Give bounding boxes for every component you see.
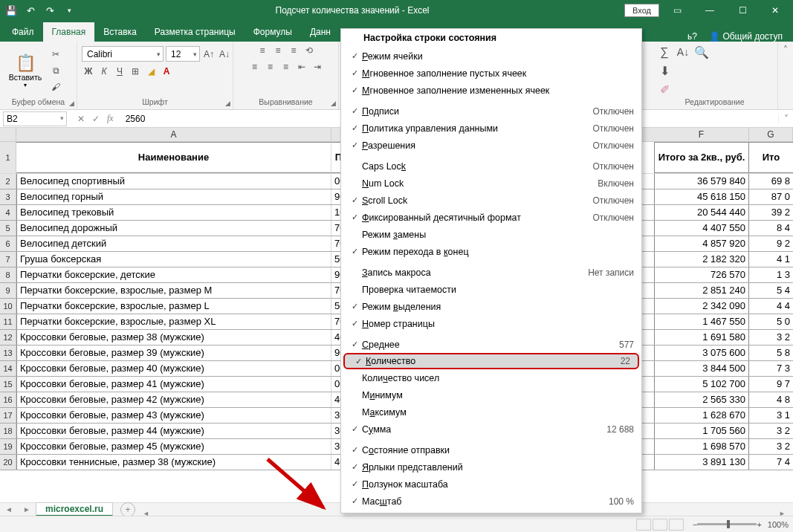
cell-total[interactable]: 5 4	[749, 283, 793, 298]
cell-total[interactable]: 4 4	[749, 299, 793, 314]
cell-name[interactable]: Кроссовки беговые, размер 44 (мужские)	[16, 424, 331, 438]
row-header[interactable]: 12	[0, 330, 16, 345]
indent-inc-icon[interactable]: ⇥	[311, 60, 324, 74]
cell-name[interactable]: Груша боксерская	[16, 252, 331, 267]
row-header[interactable]: 16	[0, 392, 16, 407]
orientation-icon[interactable]: ⟲	[302, 44, 316, 57]
cell-total-q2[interactable]: 1 698 570	[654, 439, 749, 454]
save-icon[interactable]: 💾	[4, 4, 18, 17]
cell-total[interactable]: 39 2	[749, 205, 793, 220]
row-header[interactable]: 18	[0, 424, 16, 438]
context-menu-item[interactable]: ✓ Ярлыки представлений	[341, 458, 641, 476]
cell-total[interactable]: 9 7	[749, 377, 793, 392]
share-button[interactable]: 👤 Общий доступ	[709, 31, 783, 42]
row-header[interactable]: 5	[0, 221, 16, 236]
grow-font-icon[interactable]: A↑	[202, 48, 216, 61]
cell-total-q2[interactable]: 3 844 500	[654, 361, 749, 376]
cell-total[interactable]: 5 8	[749, 346, 793, 360]
context-menu-item[interactable]: ✓ Политика управления данными Отключен	[341, 120, 641, 137]
zoom-slider[interactable]	[697, 523, 757, 525]
context-menu-item[interactable]: ✓ Количество 22	[343, 353, 639, 369]
cell-name[interactable]: Кроссовки беговые, размер 40 (мужские)	[16, 361, 331, 376]
cell-name[interactable]: Велосипед горный	[16, 189, 331, 204]
italic-button[interactable]: К	[97, 65, 111, 78]
row-header[interactable]: 15	[0, 377, 16, 392]
cell-name[interactable]: Велосипед детский	[16, 236, 331, 251]
font-size-combo[interactable]: 12	[166, 46, 200, 62]
cell-total[interactable]: 3 2	[749, 424, 793, 438]
sheet-tab[interactable]: microexcel.ru	[36, 502, 113, 516]
row-header[interactable]: 10	[0, 299, 16, 314]
context-menu-item[interactable]: ✓ Scroll Lock Отключен	[341, 192, 641, 209]
context-menu-item[interactable]: ✓ Разрешения Отключен	[341, 137, 641, 154]
context-menu-item[interactable]: ✓ Мгновенное заполнение измененных ячеек	[341, 82, 641, 99]
tab-file[interactable]: Файл	[3, 22, 43, 42]
cell-total-q2[interactable]: 5 102 700	[654, 377, 749, 392]
align-bottom-icon[interactable]: ≡	[287, 44, 300, 57]
context-menu-item[interactable]: Минимум	[341, 386, 641, 403]
tab-nav-next-icon[interactable]: ►	[18, 505, 36, 513]
autosum-icon[interactable]: ∑	[656, 44, 673, 60]
align-top-icon[interactable]: ≡	[256, 44, 269, 57]
cell-total-q2[interactable]: 1 705 560	[654, 424, 749, 438]
format-painter-icon[interactable]: 🖌	[49, 80, 62, 94]
context-menu-item[interactable]: ✓ Режим выделения	[341, 298, 641, 315]
cell-name[interactable]: Велосипед трековый	[16, 205, 331, 220]
copy-icon[interactable]: ⧉	[49, 64, 62, 77]
tab-nav-prev-icon[interactable]: ◄	[0, 505, 18, 513]
context-menu-item[interactable]: Запись макроса Нет записи	[341, 264, 641, 281]
find-icon[interactable]: 🔍	[693, 44, 710, 60]
align-middle-icon[interactable]: ≡	[271, 44, 285, 57]
row-header[interactable]: 8	[0, 267, 16, 282]
context-menu-item[interactable]: Caps Lock Отключен	[341, 158, 641, 175]
view-normal-icon[interactable]	[636, 519, 651, 531]
cell-total[interactable]: 3 2	[749, 330, 793, 345]
paste-button[interactable]: 📋 Вставить ▾	[4, 53, 46, 88]
cell-name[interactable]: Кроссовки беговые, размер 38 (мужские)	[16, 330, 331, 345]
row-1-header[interactable]: 1	[0, 142, 16, 173]
cell-total-q2[interactable]: 2 565 330	[654, 392, 749, 407]
cell-total[interactable]: 4 8	[749, 392, 793, 407]
cell-total-q2[interactable]: 45 618 150	[654, 189, 749, 204]
cell-total-q2[interactable]: 2 851 240	[654, 283, 749, 298]
row-header[interactable]: 7	[0, 252, 16, 267]
cell-total[interactable]: 7 4	[749, 455, 793, 470]
cell-name[interactable]: Кроссовки беговые, размер 41 (мужские)	[16, 377, 331, 392]
cell-total[interactable]: 3 1	[749, 408, 793, 423]
context-menu-item[interactable]: ✓ Режим ячейки	[341, 48, 641, 65]
tab-formulas[interactable]: Формулы	[245, 22, 301, 42]
undo-icon[interactable]: ↶	[24, 4, 37, 17]
cell-total[interactable]: 5 0	[749, 314, 793, 329]
context-menu-item[interactable]: ✓ Мгновенное заполнение пустых ячеек	[341, 65, 641, 82]
minimize-icon[interactable]: —	[695, 0, 725, 21]
shrink-font-icon[interactable]: A↓	[218, 48, 231, 61]
context-menu-item[interactable]: ✓ Масштаб 100 %	[341, 493, 641, 510]
cell-total-q2[interactable]: 2 342 090	[654, 299, 749, 314]
row-header[interactable]: 3	[0, 189, 16, 204]
row-header[interactable]: 19	[0, 439, 16, 454]
context-menu-item[interactable]: ✓ Среднее 577	[341, 336, 641, 353]
name-box[interactable]: B2	[3, 111, 67, 126]
qat-more-icon[interactable]: ▾	[62, 4, 76, 17]
sort-filter-icon[interactable]: A↓	[675, 44, 691, 60]
underline-button[interactable]: Ч	[113, 65, 126, 78]
col-A[interactable]: A	[16, 128, 331, 141]
cell-total-q2[interactable]: 1 691 580	[654, 330, 749, 345]
row-header[interactable]: 13	[0, 346, 16, 360]
context-menu-item[interactable]: Режим замены	[341, 226, 641, 243]
context-menu-item[interactable]: ✓ Сумма 12 688	[341, 421, 641, 438]
cell-total-q2[interactable]: 36 579 840	[654, 174, 749, 189]
row-header[interactable]: 14	[0, 361, 16, 376]
login-button[interactable]: Вход	[624, 4, 659, 17]
cell-total[interactable]: 4 1	[749, 252, 793, 267]
cell-total-q2[interactable]: 20 544 440	[654, 205, 749, 220]
context-menu-item[interactable]: ✓ Ползунок масштаба	[341, 476, 641, 493]
col-F[interactable]: F	[654, 128, 749, 141]
cell-A1[interactable]: Наименование	[16, 142, 331, 173]
indent-dec-icon[interactable]: ⇤	[295, 60, 308, 74]
tab-home[interactable]: Главная	[43, 22, 95, 42]
context-menu-item[interactable]: ✓ Режим перехода в конец	[341, 243, 641, 260]
cell-G1[interactable]: Ито	[749, 142, 793, 173]
col-G[interactable]: G	[749, 128, 793, 141]
row-header[interactable]: 2	[0, 174, 16, 189]
